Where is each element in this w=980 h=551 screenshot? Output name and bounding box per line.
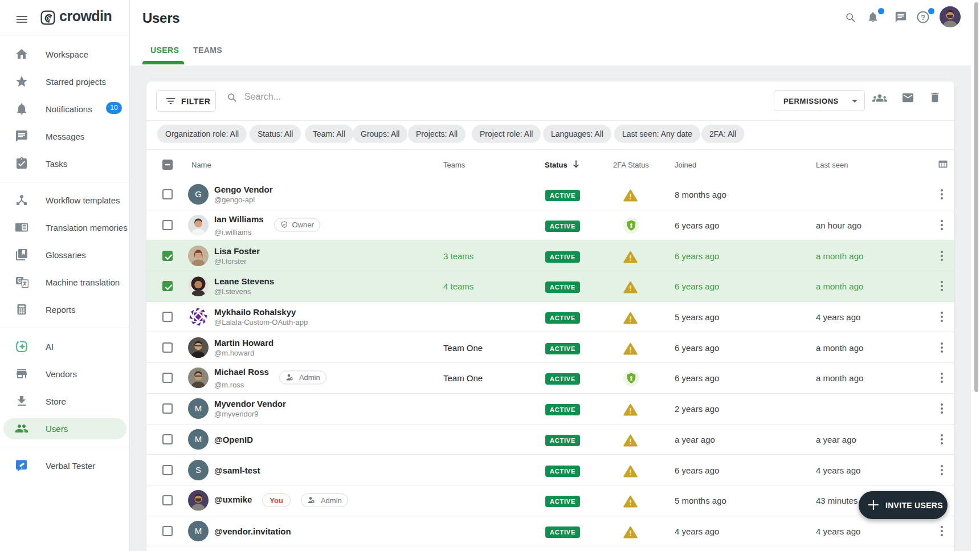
svg-text:?: ?: [921, 14, 925, 22]
